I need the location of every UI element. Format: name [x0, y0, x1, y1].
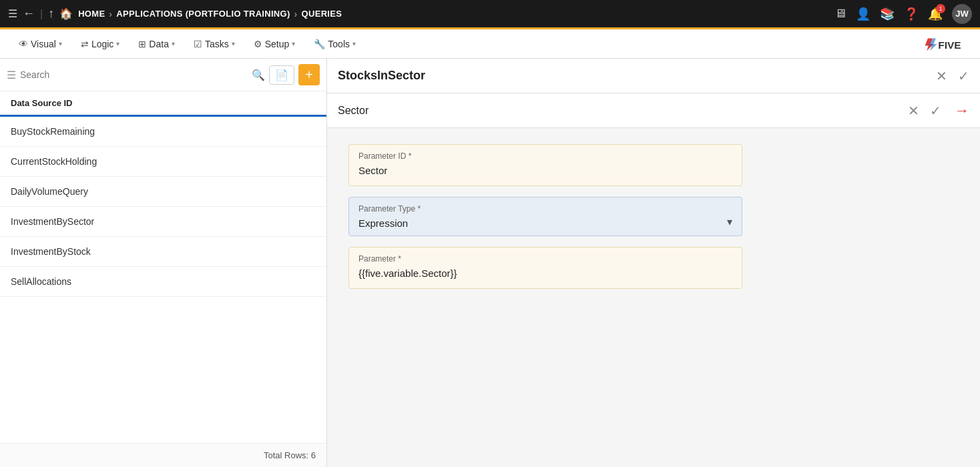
sector-confirm-icon[interactable]: ✓: [930, 103, 941, 119]
nav-tools[interactable]: 🔧 Tools ▾: [306, 35, 364, 53]
nav-logic[interactable]: ⇄ Logic ▾: [73, 35, 128, 53]
table-header: Data Source ID: [0, 91, 326, 117]
parameter-id-label: Parameter ID *: [358, 151, 732, 161]
left-panel: ☰ 🔍 📄 + Data Source ID BuyStockRemaining…: [0, 59, 327, 467]
data-arrow: ▾: [172, 40, 175, 47]
sector-section: Sector ✕ ✓ →: [327, 93, 980, 128]
add-button[interactable]: +: [298, 64, 320, 85]
nav-data-label: Data: [149, 39, 169, 49]
nav-logic-label: Logic: [91, 39, 113, 49]
five-logo: FIVE: [923, 36, 969, 52]
nav-setup[interactable]: ⚙ Setup ▾: [246, 35, 304, 53]
parameter-id-input[interactable]: [358, 162, 732, 179]
books-icon[interactable]: 📚: [880, 7, 895, 21]
close-icon[interactable]: ✕: [936, 68, 947, 84]
data-icon: ⊞: [138, 39, 146, 49]
main-layout: ☰ 🔍 📄 + Data Source ID BuyStockRemaining…: [0, 59, 980, 467]
home-label[interactable]: HOME: [78, 9, 105, 19]
list-item[interactable]: InvestmentByStock: [0, 237, 326, 267]
svg-text:FIVE: FIVE: [939, 39, 961, 50]
setup-arrow: ▾: [292, 40, 295, 47]
app-label[interactable]: APPLICATIONS (PORTFOLIO TRAINING): [116, 9, 290, 19]
back-icon[interactable]: ←: [23, 7, 35, 21]
parameter-field: Parameter *: [348, 247, 959, 289]
list-item[interactable]: CurrentStockHolding: [0, 147, 326, 177]
right-panel: StocksInSector ✕ ✓ Sector ✕ ✓ → Paramete…: [327, 59, 980, 467]
visual-icon: 👁: [19, 39, 28, 49]
search-bar: ☰ 🔍 📄 +: [0, 59, 326, 91]
list-item[interactable]: BuyStockRemaining: [0, 117, 326, 147]
query-header: StocksInSector ✕ ✓: [327, 59, 980, 93]
tools-icon: 🔧: [314, 39, 325, 49]
notification-bell[interactable]: 🔔 1: [928, 7, 943, 21]
filter-icon: ☰: [7, 69, 16, 81]
table-footer: Total Rows: 6: [0, 443, 326, 467]
home-icon: 🏠: [59, 7, 73, 20]
tasks-arrow: ▾: [232, 40, 235, 47]
nav-tasks-label: Tasks: [205, 39, 229, 49]
second-nav: 👁 Visual ▾ ⇄ Logic ▾ ⊞ Data ▾ ☑ Tasks ▾ …: [0, 29, 980, 59]
top-bar: ☰ ← | ↑ 🏠 HOME › APPLICATIONS (PORTFOLIO…: [0, 0, 980, 29]
sector-title: Sector: [338, 105, 908, 117]
avatar[interactable]: JW: [952, 4, 972, 24]
top-bar-left: ☰ ← | ↑ 🏠 HOME › APPLICATIONS (PORTFOLIO…: [8, 7, 829, 21]
help-icon[interactable]: ❓: [904, 7, 919, 21]
parameter-id-field: Parameter ID *: [348, 144, 959, 186]
confirm-icon[interactable]: ✓: [958, 68, 969, 84]
nav-tasks[interactable]: ☑ Tasks ▾: [186, 35, 243, 53]
queries-label[interactable]: QUERIES: [302, 9, 342, 19]
up-icon[interactable]: ↑: [48, 7, 54, 21]
query-title: StocksInSector: [338, 69, 936, 83]
sector-close-icon[interactable]: ✕: [908, 103, 919, 119]
tools-arrow: ▾: [352, 40, 356, 47]
setup-icon: ⚙: [254, 39, 262, 49]
list-item[interactable]: InvestmentBySector: [0, 207, 326, 237]
list-item[interactable]: DailyVolumeQuery: [0, 177, 326, 207]
sector-actions: ✕ ✓ →: [908, 102, 969, 119]
document-button[interactable]: 📄: [269, 65, 294, 85]
parameter-type-field: Parameter Type * Expression ▾ Expression…: [348, 197, 959, 236]
tasks-icon: ☑: [194, 39, 202, 49]
visual-arrow: ▾: [59, 40, 62, 47]
separator-1: |: [40, 8, 43, 20]
parameter-input[interactable]: [358, 265, 732, 282]
red-arrow-icon: →: [955, 102, 969, 119]
list-item[interactable]: SellAllocations: [0, 267, 326, 297]
breadcrumb-sep-2: ›: [294, 9, 298, 19]
breadcrumb-sep-1: ›: [109, 9, 112, 19]
monitor-icon[interactable]: 🖥: [834, 7, 846, 21]
table-list: BuyStockRemaining CurrentStockHolding Da…: [0, 117, 326, 443]
nav-visual[interactable]: 👁 Visual ▾: [11, 35, 70, 53]
search-input[interactable]: [20, 69, 248, 80]
nav-data[interactable]: ⊞ Data ▾: [130, 35, 183, 53]
top-bar-right: 🖥 👤 📚 ❓ 🔔 1 JW: [834, 4, 972, 24]
search-icon[interactable]: 🔍: [252, 69, 265, 81]
form-area: Parameter ID * Parameter Type * Expressi…: [327, 128, 980, 305]
breadcrumb: HOME › APPLICATIONS (PORTFOLIO TRAINING)…: [78, 9, 342, 19]
nav-visual-label: Visual: [31, 39, 56, 49]
profile-icon[interactable]: 👤: [856, 7, 871, 21]
nav-tools-label: Tools: [328, 39, 350, 49]
notification-count: 1: [936, 4, 945, 13]
header-actions: ✕ ✓: [936, 68, 969, 84]
nav-setup-label: Setup: [265, 39, 290, 49]
logic-arrow: ▾: [116, 40, 119, 47]
logic-icon: ⇄: [81, 39, 89, 49]
menu-icon[interactable]: ☰: [8, 7, 17, 20]
parameter-label: Parameter *: [358, 254, 732, 264]
